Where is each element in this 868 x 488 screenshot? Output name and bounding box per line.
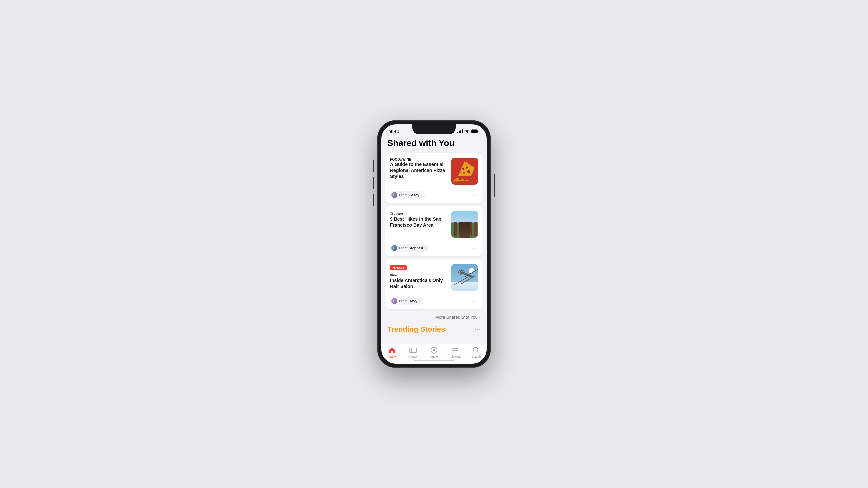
article-card-2[interactable]: Traveler 9 Best Hikes in the San Francis… xyxy=(385,206,483,256)
content-area: Shared with You FOOD&WINE A Guide to the… xyxy=(381,135,487,344)
notch xyxy=(412,124,456,134)
more-button-2[interactable]: ··· xyxy=(472,245,478,251)
wifi-icon xyxy=(464,130,470,133)
svg-point-8 xyxy=(463,172,465,174)
from-chevron-2: › xyxy=(425,246,426,250)
davy-avatar: D xyxy=(391,298,397,304)
article-image-2 xyxy=(452,211,478,238)
home-indicator xyxy=(414,360,454,361)
tab-today[interactable]: Today xyxy=(381,346,402,358)
antarctica-illustration xyxy=(452,264,478,291)
svg-rect-19 xyxy=(461,214,464,236)
article-text-1: FOOD&WINE A Guide to the Essential Regio… xyxy=(390,158,447,184)
svg-rect-22 xyxy=(454,212,455,236)
svg-rect-1 xyxy=(478,131,479,132)
svg-line-26 xyxy=(465,211,466,223)
trending-title: Trending Stories xyxy=(387,325,445,334)
casey-avatar: C xyxy=(391,192,397,198)
article-image-1 xyxy=(452,158,478,184)
news-plus-badge: ●News+ xyxy=(390,265,407,270)
signal-icon xyxy=(457,130,463,133)
article-card-1[interactable]: FOOD&WINE A Guide to the Essential Regio… xyxy=(385,153,483,203)
pizza-illustration xyxy=(452,158,478,184)
svg-rect-28 xyxy=(452,282,478,291)
article-image-3 xyxy=(452,264,478,291)
phone-screen: 9:41 xyxy=(381,124,487,364)
page-title: Shared with You xyxy=(381,135,487,153)
article-footer-2: S From Stephen › ··· xyxy=(385,241,483,256)
audio-icon xyxy=(430,346,438,354)
svg-point-44 xyxy=(473,348,478,352)
svg-point-14 xyxy=(461,169,464,171)
article-headline-2: 9 Best Hikes in the San Francisco Bay Ar… xyxy=(390,216,447,228)
source-label-1: FOOD&WINE xyxy=(390,158,447,162)
from-chevron-1: › xyxy=(421,193,422,197)
svg-rect-16 xyxy=(452,211,478,223)
search-icon xyxy=(472,346,480,354)
svg-rect-23 xyxy=(461,214,462,236)
from-chevron-3: › xyxy=(419,299,420,303)
battery-icon xyxy=(471,130,479,133)
from-badge-3[interactable]: D From Davy › xyxy=(390,297,423,305)
trending-section: Trending Stories ··· xyxy=(381,323,487,337)
tab-search[interactable]: Search xyxy=(466,346,487,358)
svg-rect-35 xyxy=(410,348,416,353)
svg-rect-2 xyxy=(472,130,477,133)
more-button-3[interactable]: ··· xyxy=(472,298,478,304)
tab-following[interactable]: Following xyxy=(445,346,466,358)
from-text-1: From Casey xyxy=(399,193,419,197)
article-headline-3: Inside Antarctica's Only Hair Salon xyxy=(390,278,447,289)
more-shared-chevron: › xyxy=(479,315,480,319)
article-footer-3: D From Davy › ··· xyxy=(385,294,483,309)
source-label-3: allure xyxy=(390,272,447,278)
more-button-1[interactable]: ··· xyxy=(472,192,478,198)
article-text-2: Traveler 9 Best Hikes in the San Francis… xyxy=(390,211,447,238)
more-shared-section[interactable]: More Shared with You › xyxy=(381,313,487,323)
status-time: 9:41 xyxy=(389,128,399,134)
hike-illustration xyxy=(452,211,478,238)
svg-line-45 xyxy=(477,352,479,353)
svg-point-9 xyxy=(467,170,470,173)
svg-point-29 xyxy=(469,268,474,274)
status-icons xyxy=(457,130,479,133)
stephen-avatar: S xyxy=(391,245,397,251)
from-text-3: From Davy xyxy=(399,299,417,303)
tab-audio[interactable]: Audio xyxy=(423,346,444,358)
tab-audio-label: Audio xyxy=(430,355,438,358)
following-icon xyxy=(451,346,459,354)
article-text-3: ●News+ allure Inside Antarctica's Only H… xyxy=(390,264,447,291)
svg-point-13 xyxy=(464,179,466,181)
svg-point-24 xyxy=(458,233,471,237)
svg-rect-34 xyxy=(391,351,393,353)
from-badge-1[interactable]: C From Casey › xyxy=(390,191,425,199)
article-footer-1: C From Casey › ··· xyxy=(385,188,483,203)
phone-frame: 9:41 xyxy=(377,120,491,368)
tab-newsplus-label: News+ xyxy=(408,355,417,358)
tab-following-label: Following xyxy=(449,355,461,358)
svg-line-25 xyxy=(459,211,460,223)
from-badge-2[interactable]: S From Stephen › xyxy=(390,244,429,252)
newsplus-icon xyxy=(409,346,417,354)
svg-point-39 xyxy=(433,349,435,351)
svg-rect-20 xyxy=(469,213,472,236)
tab-newsplus[interactable]: News+ xyxy=(402,346,423,358)
svg-point-15 xyxy=(467,168,469,170)
more-shared-label: More Shared with You xyxy=(435,315,478,319)
article-headline-1: A Guide to the Essential Regional Americ… xyxy=(390,162,447,180)
tab-search-label: Search xyxy=(471,355,481,358)
article-card-3[interactable]: ●News+ allure Inside Antarctica's Only H… xyxy=(385,259,483,309)
source-label-2: Traveler xyxy=(390,211,447,216)
today-icon xyxy=(388,346,396,354)
from-text-2: From Stephen xyxy=(399,246,423,250)
svg-point-12 xyxy=(459,178,461,180)
trending-more-button[interactable]: ··· xyxy=(475,326,481,333)
svg-rect-21 xyxy=(474,215,477,236)
